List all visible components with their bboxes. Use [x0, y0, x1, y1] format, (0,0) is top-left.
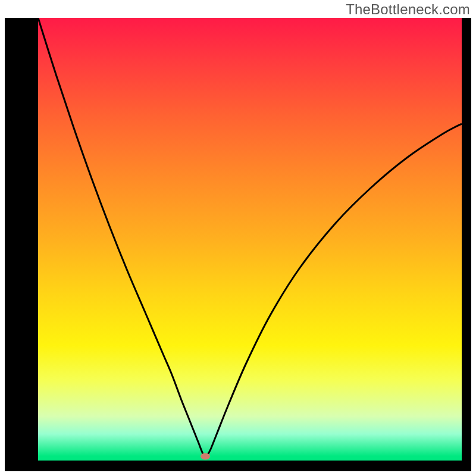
chart-container: TheBottleneck.com: [0, 0, 476, 476]
minimum-marker: [201, 453, 210, 460]
curve-svg: [38, 18, 462, 461]
watermark-text: TheBottleneck.com: [346, 1, 470, 18]
bottleneck-curve: [38, 18, 462, 456]
plot-area: [38, 18, 462, 461]
chart-frame: [5, 18, 471, 471]
